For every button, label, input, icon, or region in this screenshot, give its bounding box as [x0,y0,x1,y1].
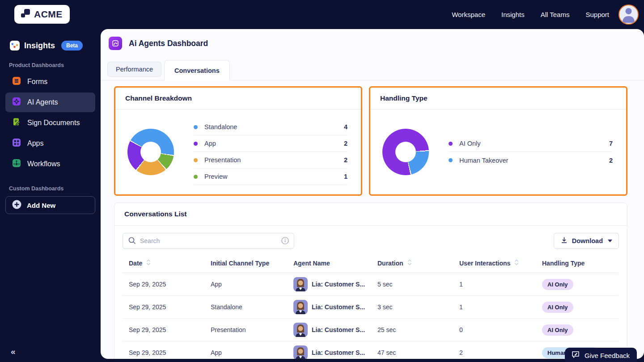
cell-channel: App [211,349,293,356]
conversations-list-card: Conversations List Download DateIniti [114,202,627,359]
channel-breakdown-card: Channel Breakdown Standalone4App2Present… [114,86,362,196]
conversations-list-title: Conversations List [124,210,187,218]
beta-badge: Beta [61,41,83,51]
handling-type-badge: AI Only [542,302,573,313]
collapse-sidebar-button[interactable]: « [11,347,16,357]
feedback-icon [571,350,580,361]
legend-value: 7 [609,140,613,147]
topnav-support[interactable]: Support [585,11,609,18]
table-row[interactable]: Sep 29, 2025StandaloneLia: Customer S...… [123,296,619,319]
cell-handling: AI Only [542,279,619,290]
table-row[interactable]: Sep 29, 2025PresentationLia: Customer S.… [123,319,619,341]
handling-type-card: Handling Type AI Only7Human Takeover2 [369,86,627,196]
cell-interactions: 1 [459,303,542,311]
download-button[interactable]: Download [554,233,619,249]
legend-dot [449,158,453,162]
column-label: Handling Type [542,260,585,267]
cell-handling: AI Only [542,302,619,313]
app-title: Insights [24,41,55,51]
add-new-label: Add New [27,202,55,209]
handling-type-donut [382,129,429,175]
user-avatar[interactable] [619,4,639,25]
dashboard-icon [109,37,122,50]
sidebar-item-apps[interactable]: Apps [5,134,95,153]
cell-channel: App [211,281,293,288]
cell-duration: 3 sec [377,303,459,311]
top-nav: WorkspaceInsightsAll TeamsSupport [452,0,609,29]
apps-icon [12,138,21,149]
legend-item-preview: Preview1 [194,168,347,185]
sidebar-item-label: AI Agents [27,98,58,106]
column-header-agent-name: Agent Name [293,260,377,267]
sort-icon [513,259,520,267]
legend-value: 2 [609,157,613,164]
legend-value: 2 [344,140,347,147]
agent-name: Lia: Customer S... [312,281,365,288]
legend-item-standalone: Standalone4 [194,119,347,135]
cell-date: Sep 29, 2025 [129,349,211,356]
cell-channel: Presentation [211,326,293,333]
topnav-all-teams[interactable]: All Teams [541,11,570,18]
table-header-row: DateInitial Channel TypeAgent NameDurati… [123,253,619,273]
legend-label: Presentation [204,156,241,164]
topnav-insights[interactable]: Insights [501,11,525,18]
tab-conversations[interactable]: Conversations [164,60,230,80]
forms-icon [12,76,21,87]
cell-interactions: 2 [459,349,542,356]
top-bar: ACME WorkspaceInsightsAll TeamsSupport [0,0,644,29]
column-label: Duration [377,260,403,267]
download-icon [560,236,568,246]
page-title: Ai Agents Dashboard [129,39,208,48]
tab-performance[interactable]: Performance [107,62,161,77]
tab-bar: Performance Conversations [101,60,644,80]
sidebar-item-workflows[interactable]: Workflows [5,154,95,174]
info-icon[interactable] [281,237,289,246]
column-header-user-interactions[interactable]: User Interactions [459,259,542,267]
legend-value: 1 [344,173,347,180]
search-input[interactable] [123,233,294,249]
topnav-workspace[interactable]: Workspace [452,11,485,18]
legend-dot [194,142,198,146]
workflows-icon [12,159,21,169]
cell-agent: Lia: Customer S... [293,323,377,337]
cell-date: Sep 29, 2025 [129,326,211,333]
handling-type-title: Handling Type [380,94,428,102]
channel-breakdown-title: Channel Breakdown [125,94,192,102]
legend-label: Human Takeover [459,157,508,164]
legend-item-presentation: Presentation2 [194,152,347,168]
handling-type-legend: AI Only7Human Takeover2 [449,135,613,168]
cell-interactions: 0 [459,326,542,333]
person-icon [619,4,638,25]
agent-avatar [293,277,308,291]
column-label: Initial Channel Type [211,260,269,267]
cell-date: Sep 29, 2025 [129,281,211,288]
sidebar-item-label: Sign Documents [27,119,80,127]
channel-breakdown-legend: Standalone4App2Presentation2Preview1 [194,119,347,185]
legend-label: Preview [204,173,228,180]
cell-agent: Lia: Customer S... [293,345,377,359]
main-panel: Ai Agents Dashboard Performance Conversa… [101,29,644,359]
sidebar-item-sign-documents[interactable]: Sign Documents [5,113,95,133]
agent-name: Lia: Customer S... [312,326,365,333]
cell-agent: Lia: Customer S... [293,277,377,291]
cell-duration: 5 sec [377,281,459,288]
legend-label: Standalone [204,123,237,130]
column-header-duration[interactable]: Duration [377,259,459,267]
sidebar-item-forms[interactable]: Forms [5,72,95,92]
handling-type-badge: AI Only [542,324,573,336]
acme-logo[interactable]: ACME [14,5,70,24]
cell-channel: Standalone [211,303,293,311]
table-row[interactable]: Sep 29, 2025AppLia: Customer S...5 sec1A… [123,273,619,296]
sidebar-item-ai-agents[interactable]: AI Agents [5,93,95,112]
column-header-date[interactable]: Date [129,259,211,267]
add-new-button[interactable]: Add New [5,196,95,214]
table-row[interactable]: Sep 29, 2025AppLia: Customer S...47 sec2… [123,341,619,359]
legend-value: 4 [344,123,347,130]
agent-avatar [293,345,308,359]
give-feedback-button[interactable]: Give Feedback [565,348,637,362]
sidebar-item-label: Apps [27,139,43,147]
logo-text: ACME [34,9,63,20]
cell-handling: AI Only [542,324,619,336]
section-product-dashboards: Product Dashboards [9,62,101,68]
search-icon [128,236,136,247]
